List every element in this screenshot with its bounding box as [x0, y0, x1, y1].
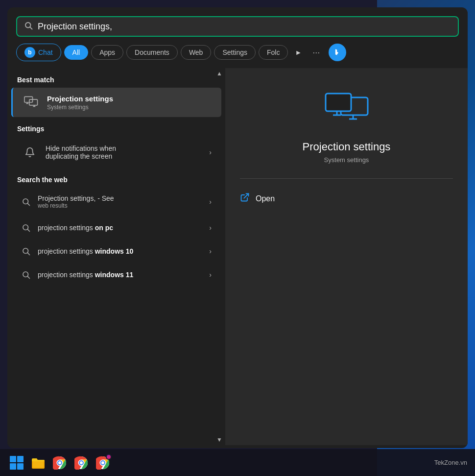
svg-line-11: [27, 229, 29, 231]
play-button[interactable]: ►: [291, 47, 306, 58]
web-item-1[interactable]: projection settings on pc ›: [11, 216, 221, 239]
chrome-icon-1[interactable]: [51, 454, 69, 472]
all-tab-label: All: [72, 48, 80, 56]
apps-tab-label: Apps: [99, 48, 115, 56]
projection-settings-icon: [23, 94, 40, 111]
svg-line-15: [27, 276, 29, 278]
web-item-arrow-1: ›: [209, 224, 212, 232]
web-item-label-3: projection settings windows 11: [38, 271, 202, 279]
svg-point-33: [101, 461, 104, 464]
bell-icon: [21, 143, 39, 161]
web-tab-label: Web: [189, 48, 203, 56]
svg-line-1: [30, 27, 32, 29]
web-item-2[interactable]: projection settings windows 10 ›: [11, 239, 221, 263]
search-panel: b Chat All Apps Documents Web Settings F…: [7, 7, 468, 448]
best-match-section-title: Best match: [7, 68, 225, 88]
chat-tab-label: Chat: [38, 48, 53, 56]
svg-rect-19: [326, 94, 351, 111]
web-item-text-1: projection settings on pc: [38, 224, 202, 232]
web-item-sublabel-0: web results: [38, 202, 202, 209]
bing-icon-large[interactable]: [329, 44, 346, 61]
web-item-label-1: projection settings on pc: [38, 224, 202, 232]
more-tabs-button[interactable]: ···: [309, 46, 324, 60]
svg-point-27: [58, 461, 61, 464]
svg-line-13: [27, 253, 29, 255]
svg-rect-24: [33, 461, 44, 468]
search-web-section-title: Search the web: [7, 168, 225, 188]
tab-apps[interactable]: Apps: [91, 45, 123, 60]
svg-point-30: [80, 461, 83, 464]
best-match-name: Projection settings: [47, 95, 113, 103]
taskbar-icons: [8, 454, 112, 472]
right-panel-divider: [240, 178, 453, 179]
main-content: ▲ Best match Projection settin: [7, 68, 468, 445]
web-search-icon-3: [21, 270, 31, 280]
windows-start-button[interactable]: [8, 454, 25, 472]
search-icon: [24, 21, 33, 32]
tab-web[interactable]: Web: [181, 45, 212, 60]
taskbar: TekZone.vn: [0, 449, 475, 476]
left-panel: ▲ Best match Projection settin: [7, 68, 225, 445]
open-icon: [240, 192, 250, 205]
web-item-0[interactable]: Projection settings, - See web results ›: [11, 188, 221, 216]
taskbar-brand: TekZone.vn: [434, 459, 467, 466]
scroll-up-arrow[interactable]: ▲: [216, 70, 222, 77]
right-panel: Projection settings System settings Open: [225, 68, 468, 445]
svg-line-22: [244, 194, 248, 198]
tab-all[interactable]: All: [64, 45, 89, 60]
folders-tab-label: Folc: [267, 48, 280, 56]
tab-documents[interactable]: Documents: [126, 45, 178, 60]
projection-app-icon: [322, 88, 371, 129]
settings-tab-label: Settings: [222, 48, 247, 56]
search-bar: [16, 16, 459, 37]
notifications-arrow: ›: [209, 148, 212, 156]
settings-section-title: Settings: [7, 117, 225, 137]
web-item-arrow-2: ›: [209, 247, 212, 255]
web-item-label-2: projection settings windows 10: [38, 247, 202, 255]
win-logo-cell-bl: [10, 463, 16, 470]
search-input[interactable]: [38, 22, 451, 32]
web-item-label-0: Projection settings, - See: [38, 194, 202, 202]
tab-folders[interactable]: Folc: [259, 45, 288, 60]
web-item-text-3: projection settings windows 11: [38, 271, 202, 279]
web-search-icon-0: [21, 197, 31, 207]
file-explorer-button[interactable]: [29, 454, 47, 472]
open-label[interactable]: Open: [256, 194, 275, 203]
web-search-icon-2: [21, 246, 31, 256]
windows-logo: [10, 456, 24, 470]
documents-tab-label: Documents: [135, 48, 169, 56]
scroll-down-arrow[interactable]: ▼: [216, 436, 222, 443]
tab-settings[interactable]: Settings: [214, 45, 256, 60]
open-action[interactable]: Open: [240, 189, 453, 209]
notifications-label: Hide notifications whenduplicating the s…: [46, 144, 116, 160]
best-match-item[interactable]: Projection settings System settings: [11, 88, 221, 117]
win-logo-cell-tl: [10, 456, 16, 462]
web-item-text-0: Projection settings, - See web results: [38, 194, 202, 209]
right-app-name: Projection settings: [303, 141, 391, 153]
web-item-arrow-3: ›: [209, 271, 212, 279]
web-item-text-2: projection settings windows 10: [38, 247, 202, 255]
svg-line-9: [27, 203, 29, 205]
chrome-icon-3[interactable]: [94, 454, 112, 472]
win-logo-cell-tr: [17, 456, 24, 462]
filter-tabs: b Chat All Apps Documents Web Settings F…: [7, 37, 468, 68]
web-search-icon-1: [21, 223, 31, 233]
web-item-arrow-0: ›: [209, 198, 212, 206]
best-match-text: Projection settings System settings: [47, 95, 113, 111]
web-item-3[interactable]: projection settings windows 11 ›: [11, 263, 221, 286]
badge: [106, 454, 112, 460]
chrome-icon-2[interactable]: [72, 454, 90, 472]
tab-chat[interactable]: b Chat: [16, 44, 61, 61]
best-match-sub: System settings: [47, 104, 113, 111]
win-logo-cell-br: [17, 463, 24, 470]
settings-item-notifications[interactable]: Hide notifications whenduplicating the s…: [11, 137, 221, 168]
right-app-type: System settings: [324, 156, 369, 164]
bing-icon-small: b: [24, 47, 35, 58]
